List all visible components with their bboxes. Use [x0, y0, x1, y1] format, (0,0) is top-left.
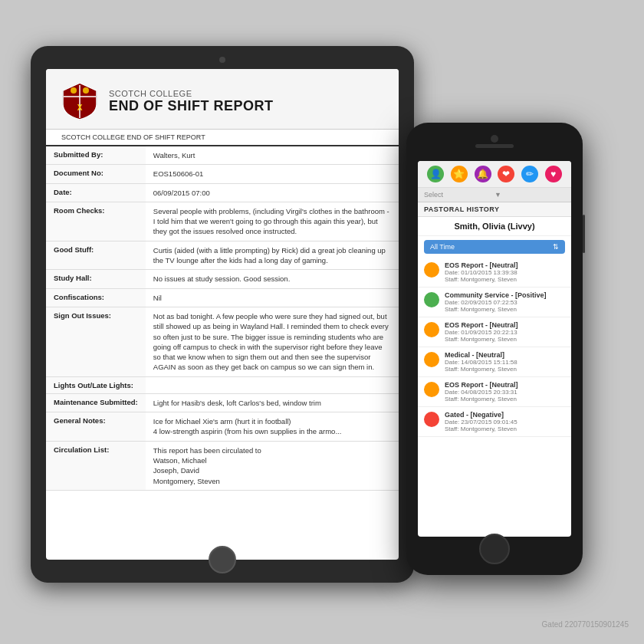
report-row: Circulation List:This report has been ci… — [46, 441, 399, 490]
report-field-label: Submitted By: — [46, 146, 146, 165]
select-chevron-icon: ▼ — [495, 191, 565, 199]
phone-filter-bar[interactable]: All Time ⇅ — [424, 240, 565, 254]
tablet-home-button[interactable] — [209, 546, 236, 573]
report-table: Submitted By:Walters, KurtDocument No:EO… — [46, 146, 399, 491]
svg-text:X: X — [77, 104, 83, 112]
watermark: Gated 220770150901245 — [542, 620, 629, 629]
history-dot-icon — [424, 382, 439, 397]
report-field-value: Light for Hasib's desk, loft Carlos's be… — [146, 393, 399, 412]
report-row: Maintenance Submitted:Light for Hasib's … — [46, 393, 399, 412]
history-item-staff: Staff: Montgomery, Steven — [445, 336, 565, 343]
phone-content: 👤⭐🔔❤✏♥ Select ▼ PASTORAL HISTORY Smith, … — [418, 161, 571, 537]
svg-point-2 — [71, 87, 77, 94]
list-item[interactable]: EOS Report - [Neutral]Date: 01/10/2015 1… — [418, 258, 571, 288]
phone-history-list[interactable]: EOS Report - [Neutral]Date: 01/10/2015 1… — [418, 258, 571, 537]
history-item-date: Date: 02/09/2015 07:22:53 — [445, 299, 565, 306]
history-item-staff: Staff: Montgomery, Steven — [445, 366, 565, 373]
history-item-staff: Staff: Montgomery, Steven — [445, 276, 565, 283]
history-item-type: Community Service - [Positive] — [445, 291, 565, 299]
list-item[interactable]: EOS Report - [Neutral]Date: 01/09/2015 2… — [418, 317, 571, 347]
person-icon[interactable]: 👤 — [427, 166, 444, 182]
phone-screen: 👤⭐🔔❤✏♥ Select ▼ PASTORAL HISTORY Smith, … — [418, 161, 571, 537]
report-row: Study Hall:No issues at study session. G… — [46, 270, 399, 288]
report-field-value: Curtis (aided (with a little prompting) … — [146, 241, 399, 270]
report-field-label: General Notes: — [46, 412, 146, 442]
history-info: EOS Report - [Neutral]Date: 01/09/2015 2… — [445, 321, 565, 343]
report-field-value: Not as bad tonight. A few people who wer… — [146, 307, 399, 376]
select-placeholder: Select — [424, 191, 495, 199]
report-row: Lights Out/Late Lights: — [46, 376, 399, 393]
list-item[interactable]: Gated - [Negative]Date: 23/07/2015 09:01… — [418, 407, 571, 437]
report-title: END OF SHIFT REPORT — [109, 98, 274, 114]
list-item[interactable]: Medical - [Neutral]Date: 14/08/2015 15:1… — [418, 347, 571, 377]
svg-point-3 — [83, 87, 89, 94]
report-field-label: Confiscations: — [46, 288, 146, 307]
report-field-value: Walters, Kurt — [146, 146, 399, 165]
phone-home-button[interactable] — [479, 534, 510, 564]
history-dot-icon — [424, 262, 439, 278]
history-info: EOS Report - [Neutral]Date: 04/08/2015 2… — [445, 381, 565, 402]
report-field-label: Document No: — [46, 165, 146, 183]
history-info: Community Service - [Positive]Date: 02/0… — [445, 291, 565, 313]
report-field-label: Sign Out Issues: — [46, 307, 146, 376]
history-info: Medical - [Neutral]Date: 14/08/2015 15:1… — [445, 351, 565, 373]
history-item-date: Date: 04/08/2015 20:33:31 — [445, 389, 565, 396]
filter-chevron-icon: ⇅ — [553, 243, 559, 251]
tablet-device: X SCOTCH COLLEGE END OF SHIFT REPORT SCO… — [31, 46, 414, 583]
history-info: EOS Report - [Neutral]Date: 01/10/2015 1… — [445, 261, 565, 283]
report-field-label: Circulation List: — [46, 441, 146, 490]
phone-nav-icons: 👤⭐🔔❤✏♥ — [418, 161, 571, 188]
heart-icon[interactable]: ❤ — [498, 166, 514, 182]
phone-camera — [491, 135, 498, 143]
star-icon[interactable]: ⭐ — [451, 166, 468, 182]
history-dot-icon — [424, 292, 439, 307]
tablet-screen: X SCOTCH COLLEGE END OF SHIFT REPORT SCO… — [46, 69, 399, 560]
pencil-icon[interactable]: ✏ — [521, 166, 538, 182]
report-field-value: No issues at study session. Good session… — [146, 270, 399, 288]
report-row: Sign Out Issues:Not as bad tonight. A fe… — [46, 307, 399, 376]
heart2-icon[interactable]: ♥ — [545, 166, 562, 182]
history-item-type: Gated - [Negative] — [445, 411, 565, 419]
history-item-staff: Staff: Montgomery, Steven — [445, 306, 565, 313]
report-field-value: EOS150606-01 — [146, 165, 399, 183]
report-row: Room Checks:Several people with problems… — [46, 202, 399, 241]
bell-icon[interactable]: 🔔 — [475, 166, 491, 182]
report-field-label: Room Checks: — [46, 202, 146, 241]
report-scroll[interactable]: Submitted By:Walters, KurtDocument No:EO… — [46, 146, 399, 560]
report-row: Good Stuff:Curtis (aided (with a little … — [46, 241, 399, 270]
history-item-type: EOS Report - [Neutral] — [445, 321, 565, 329]
report-field-value: 06/09/2015 07:00 — [146, 183, 399, 202]
phone-select-bar[interactable]: Select ▼ — [418, 188, 571, 202]
report-header: X SCOTCH COLLEGE END OF SHIFT REPORT — [46, 69, 399, 130]
report-field-value — [146, 376, 399, 393]
phone-side-button — [583, 215, 585, 253]
report-row: Submitted By:Walters, Kurt — [46, 146, 399, 165]
history-dot-icon — [424, 412, 439, 427]
history-item-date: Date: 23/07/2015 09:01:45 — [445, 419, 565, 426]
history-info: Gated - [Negative]Date: 23/07/2015 09:01… — [445, 411, 565, 432]
report-field-value: Several people with problems, (including… — [146, 202, 399, 241]
history-item-date: Date: 01/10/2015 13:39:38 — [445, 269, 565, 276]
phone-person-name: Smith, Olivia (Livvy) — [418, 217, 571, 236]
list-item[interactable]: EOS Report - [Neutral]Date: 04/08/2015 2… — [418, 377, 571, 407]
history-item-staff: Staff: Montgomery, Steven — [445, 426, 565, 432]
phone-earpiece — [475, 144, 514, 148]
history-item-date: Date: 01/09/2015 20:22:13 — [445, 329, 565, 336]
report-field-label: Good Stuff: — [46, 241, 146, 270]
history-item-staff: Staff: Montgomery, Steven — [445, 396, 565, 402]
history-item-type: EOS Report - [Neutral] — [445, 261, 565, 269]
report-row: Confiscations:Nil — [46, 288, 399, 307]
report-row: General Notes:Ice for Michael Xie's arm … — [46, 412, 399, 442]
report-row: Date:06/09/2015 07:00 — [46, 183, 399, 202]
school-logo: X — [61, 81, 98, 121]
report-field-label: Lights Out/Late Lights: — [46, 376, 146, 393]
school-name: SCOTCH COLLEGE — [109, 89, 274, 98]
report-field-label: Study Hall: — [46, 270, 146, 288]
tablet-camera — [219, 57, 225, 63]
list-item[interactable]: Community Service - [Positive]Date: 02/0… — [418, 288, 571, 317]
report-field-label: Maintenance Submitted: — [46, 393, 146, 412]
filter-label: All Time — [430, 243, 455, 251]
report-field-value: This report has been circulated to Watso… — [146, 441, 399, 490]
report-field-value: Nil — [146, 288, 399, 307]
report-row: Document No:EOS150606-01 — [46, 165, 399, 183]
